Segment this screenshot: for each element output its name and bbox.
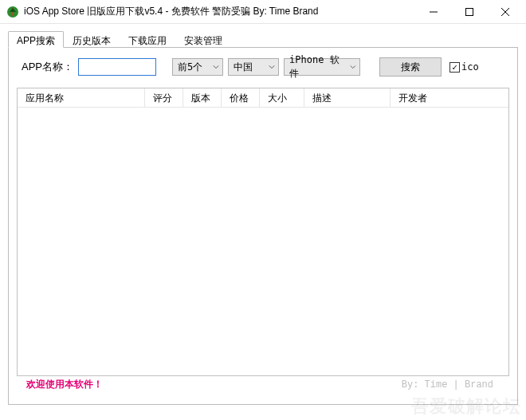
content-area: APP搜索 历史版本 下载应用 安装管理 APP名称： 前5个 中国 iPhon… — [0, 24, 526, 408]
titlebar: iOS App Store 旧版应用下载v5.4 - 免费软件 警防受骗 By:… — [0, 0, 526, 24]
device-select[interactable]: iPhone 软件 — [284, 58, 360, 76]
chevron-down-icon — [350, 64, 356, 70]
results-list[interactable]: 应用名称 评分 版本 价格 大小 描述 开发者 — [17, 88, 509, 376]
ico-checkbox[interactable]: ✓ ico — [449, 61, 479, 73]
app-icon — [6, 6, 19, 18]
tab-bar: APP搜索 历史版本 下载应用 安装管理 — [8, 30, 518, 48]
search-button[interactable]: 搜索 — [379, 57, 442, 77]
maximize-button[interactable] — [451, 0, 487, 23]
tab-download[interactable]: 下载应用 — [120, 31, 175, 48]
limit-value: 前5个 — [178, 61, 202, 74]
app-name-input[interactable] — [78, 58, 156, 76]
welcome-text: 欢迎使用本软件！ — [26, 378, 103, 391]
col-rating[interactable]: 评分 — [145, 88, 183, 107]
chevron-down-icon — [269, 64, 275, 70]
tab-app-search[interactable]: APP搜索 — [8, 31, 64, 48]
ico-label: ico — [461, 61, 479, 73]
search-row: APP名称： 前5个 中国 iPhone 软件 搜索 ✓ ico — [17, 57, 509, 77]
app-name-label: APP名称： — [22, 60, 73, 74]
close-button[interactable] — [487, 0, 523, 23]
limit-select[interactable]: 前5个 — [172, 58, 223, 76]
col-app-name[interactable]: 应用名称 — [18, 88, 145, 107]
col-size[interactable]: 大小 — [260, 88, 304, 107]
checkbox-icon: ✓ — [449, 62, 460, 73]
device-value: iPhone 软件 — [289, 53, 345, 80]
footer: 欢迎使用本软件！ By: Time | Brand — [17, 376, 509, 391]
window-title: iOS App Store 旧版应用下载v5.4 - 免费软件 警防受骗 By:… — [24, 5, 415, 18]
window-controls — [415, 0, 523, 23]
region-value: 中国 — [234, 61, 253, 74]
minimize-button[interactable] — [415, 0, 451, 23]
col-price[interactable]: 价格 — [222, 88, 260, 107]
list-header: 应用名称 评分 版本 价格 大小 描述 开发者 — [18, 88, 508, 108]
col-desc[interactable]: 描述 — [304, 88, 391, 107]
tab-history[interactable]: 历史版本 — [64, 31, 120, 48]
col-version[interactable]: 版本 — [183, 88, 222, 107]
footer-credit: By: Time | Brand — [402, 379, 493, 391]
svg-rect-3 — [465, 8, 473, 15]
region-select[interactable]: 中国 — [228, 58, 279, 76]
chevron-down-icon — [213, 64, 219, 70]
col-developer[interactable]: 开发者 — [391, 88, 508, 107]
tab-panel-search: APP名称： 前5个 中国 iPhone 软件 搜索 ✓ ico — [8, 48, 518, 405]
tab-install[interactable]: 安装管理 — [175, 31, 231, 48]
